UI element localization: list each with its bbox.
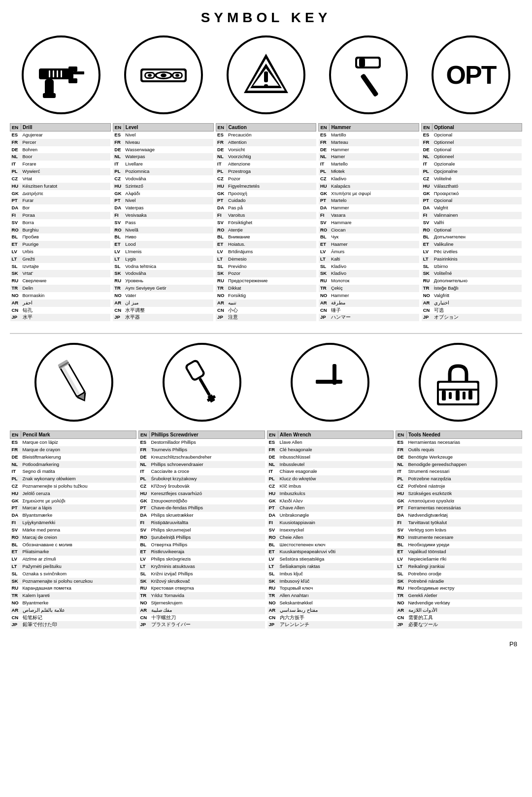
table-row: LVBrīdinājums (216, 248, 316, 256)
table-row: JP注意 (216, 314, 316, 321)
lang-code: CZ (139, 483, 150, 490)
table-row: FIPoraa (10, 212, 111, 219)
lang-code: RU (396, 585, 407, 592)
term: Delin (21, 285, 111, 292)
term: Προσοχή (227, 190, 316, 198)
term: Optional (432, 227, 522, 234)
table-row: DAUnbrakonøgle (267, 512, 394, 519)
term: Kladivo (330, 263, 419, 270)
lang-code: PT (10, 197, 21, 204)
table-row: RUПредостережение (216, 277, 316, 285)
lang-code: AR (113, 299, 124, 307)
term: Potřebné nástroje (407, 483, 522, 490)
lang-code: NL (422, 153, 432, 161)
table-row: ETPuurige (10, 241, 111, 248)
lang-code: BL (139, 541, 150, 549)
table-row: ROMarcaj de creion (10, 534, 136, 541)
term: Försiktighet (227, 219, 316, 227)
table-row: LVĀmurs (319, 248, 419, 256)
table-row: FILyijykynämerkki (10, 519, 136, 527)
lang-code: DE (422, 146, 432, 154)
table-row: BLШестостепенен ключ (267, 541, 394, 549)
term: Oznaka s svinčnikom (21, 570, 136, 578)
term: Opcional (432, 197, 522, 204)
term: Допълнителен (432, 233, 522, 241)
lang-code: FR (139, 446, 150, 454)
term: Percer (21, 139, 111, 146)
term: Pēc izvēles (432, 248, 522, 256)
term: Jelölő ceruza (21, 490, 136, 498)
lang-code: GK (396, 498, 407, 505)
lang-code: NO (319, 292, 330, 299)
lang-code: AR (422, 299, 432, 307)
lang-code: JP (267, 621, 278, 629)
lang-code: SK (10, 270, 21, 277)
table-row: JPアレンレンチ (267, 621, 394, 629)
pencil-header-term: Pencil Mark (21, 431, 136, 439)
lang-code: SL (10, 263, 21, 270)
table-row: GKΣημειώστε με μολύβι (10, 498, 136, 505)
table-row: TRYıldız Tornavida (139, 592, 265, 599)
term: Przestroga (227, 168, 316, 175)
table-row: SLImbus ključ (267, 570, 394, 578)
term: Potrzebne narzędzia (407, 475, 522, 483)
lang-code: FI (10, 519, 21, 527)
term: Agujerear (21, 132, 111, 139)
hammer-header-en: EN (319, 124, 330, 132)
table-row: HUImbuszkulcs (267, 490, 394, 498)
table-row: ARالأدوات اللازمة (396, 607, 522, 614)
lang-code: LV (319, 248, 330, 256)
lang-code: FI (139, 519, 150, 527)
term: الأدوات اللازمة (407, 607, 522, 614)
table-row: ETLood (113, 241, 213, 248)
term: Wywierć (21, 168, 111, 175)
table-row: SKPoznamenajte si polohu ceruzkou (10, 578, 136, 585)
table-row: DEInbusschlüssel (267, 454, 394, 461)
term: Chiave esagonale (278, 468, 394, 475)
lang-code: FR (10, 446, 21, 454)
lang-code: RO (139, 534, 150, 541)
lang-code: BL (113, 233, 124, 241)
term: Szükséges eszközök (407, 490, 522, 498)
term: Vater (124, 292, 213, 299)
level-table: EN Level ESNivelFRNiveauDEWasserwaageNLW… (113, 123, 214, 321)
table-row: ESNivel (113, 132, 213, 139)
lang-code: DA (10, 204, 21, 212)
lang-code: RO (396, 534, 407, 541)
lang-code: SL (216, 263, 227, 270)
term: Hammare (330, 219, 419, 227)
lang-code: LV (10, 248, 21, 256)
table-row: RUУровень (113, 277, 213, 285)
pencil-icon (34, 343, 113, 422)
table-row: DEOptional (422, 146, 522, 154)
term: Phillips schroevendraaier (150, 461, 265, 468)
lang-code: ES (422, 132, 432, 139)
term: Burghiu (21, 227, 111, 234)
term: Σημειώστε με μολύβι (21, 498, 136, 505)
term: Vodna tehtnica (124, 263, 213, 270)
svg-rect-51 (456, 391, 460, 400)
term: 水平器 (124, 314, 213, 321)
lang-code: FR (319, 139, 330, 146)
table-row: PLPotrzebne narzędzia (396, 475, 522, 483)
svg-rect-25 (264, 71, 268, 82)
table-row: TRDelin (10, 285, 111, 292)
table-row: CN水平调整 (113, 307, 213, 314)
table-row: TRİsteğe Bağlı (422, 285, 522, 292)
term: Voorzichtig (227, 153, 316, 161)
lang-code: DA (422, 204, 432, 212)
lang-code: PT (319, 197, 330, 204)
lang-code: DE (319, 146, 330, 154)
lang-code: LV (139, 556, 150, 563)
lang-code: SV (267, 527, 278, 534)
lang-code: ET (319, 241, 330, 248)
term: オプション (432, 314, 522, 321)
allen-header-term: Allen Wrench (278, 431, 394, 439)
term: Križni izvijač Phillips (150, 570, 265, 578)
table-row: SVHammare (319, 219, 419, 227)
lang-code: CZ (396, 483, 407, 490)
term: 内六方扳手 (278, 614, 394, 622)
term: 十字螺丝刀 (150, 614, 265, 622)
drill-header-term: Drill (21, 124, 111, 132)
lang-code: JP (319, 314, 330, 321)
